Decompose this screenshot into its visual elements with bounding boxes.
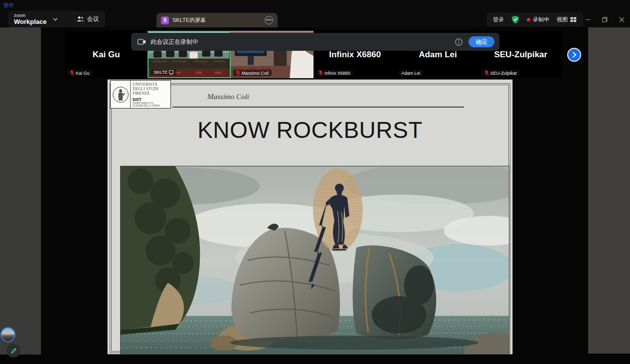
confirm-button[interactable]: 确定 — [469, 36, 494, 47]
tab-avatar-badge: S — [161, 16, 169, 24]
chevron-right-icon — [572, 52, 577, 58]
name-tag-label: Kai Gu — [76, 71, 90, 76]
recording-label: 录制中 — [533, 16, 549, 23]
chevron-down-icon[interactable] — [53, 17, 58, 22]
university-seal-icon — [111, 81, 131, 108]
slide-author: Massimo Coli — [207, 93, 249, 101]
zoom-workplace-logo[interactable]: zoom Workplace — [14, 13, 47, 25]
titlebar-actions: 登录 录制中 视图 — [486, 12, 583, 26]
name-tag: Adam Lei — [398, 70, 423, 76]
university-logo-box: UNIVERSITÀ DEGLI STUDI FIRENZE DST DIPAR… — [110, 80, 171, 109]
self-avatar[interactable] — [0, 327, 15, 342]
grid-view-icon — [570, 17, 577, 22]
annotate-pencil-button[interactable] — [6, 344, 20, 358]
security-shield-icon[interactable] — [511, 15, 519, 24]
pencil-icon — [10, 348, 17, 354]
logo-line-2: DEGLI STUDI — [133, 87, 160, 91]
logo-dept-abbr: DST — [133, 97, 160, 102]
right-desktop-strip — [588, 27, 630, 354]
name-tag-label: SKLTE — [154, 70, 167, 75]
mic-muted-icon — [318, 70, 323, 76]
name-tag-label: SEU-Zulpikar — [490, 71, 517, 76]
name-tag-label: Adam Lei — [401, 71, 420, 76]
camera-icon — [138, 39, 146, 45]
login-button[interactable]: 登录 — [493, 16, 504, 23]
window-controls — [579, 12, 630, 26]
logo-line-1: UNIVERSITÀ — [133, 82, 160, 87]
logo-line-3: FIRENZE — [133, 91, 160, 96]
brand-workplace: Workplace — [14, 18, 47, 25]
zoom-workplace-window: 暂停 zoom Workplace 会议 S SKLTE的屏幕 — [0, 0, 630, 364]
info-icon[interactable] — [455, 38, 463, 46]
minimize-button[interactable] — [579, 12, 596, 26]
screen-share-icon — [169, 70, 173, 75]
recording-notification: 此会议正在录制中 确定 — [131, 33, 499, 51]
name-tag-label: Infinix X6860 — [324, 71, 350, 76]
name-tag: SKLTE — [151, 69, 176, 75]
logo-dept-line-2: SCIENZE DELLA TERRA — [133, 105, 160, 107]
close-button[interactable] — [613, 12, 630, 26]
mic-muted-icon — [236, 70, 240, 76]
people-icon — [77, 16, 84, 22]
tab-label: SKLTE的屏幕 — [172, 16, 265, 24]
view-label: 视图 — [557, 16, 568, 23]
recording-dot-icon — [527, 18, 530, 21]
tab-sklte-screen[interactable]: S SKLTE的屏幕 ••• — [157, 13, 278, 27]
mic-muted-icon — [484, 70, 489, 76]
title-bar: 暂停 zoom Workplace 会议 S SKLTE的屏幕 — [0, 0, 630, 27]
name-tag: Massimo Coil — [233, 70, 272, 76]
view-button[interactable]: 视图 — [557, 16, 577, 23]
split-rock-photo — [120, 166, 509, 355]
shared-screen-slide: UNIVERSITÀ DEGLI STUDI FIRENZE DST DIPAR… — [107, 79, 513, 355]
next-participants-button[interactable] — [567, 48, 581, 62]
meeting-menu-label: 会议 — [87, 15, 99, 23]
name-tag: Kai Gu — [67, 70, 93, 76]
maximize-button[interactable] — [596, 12, 613, 26]
mic-muted-icon — [70, 70, 74, 76]
left-desktop-strip — [0, 27, 41, 355]
meeting-menu-item[interactable]: 会议 — [77, 15, 99, 23]
brand-zoom: zoom — [14, 13, 47, 18]
name-tag: Infinix X6860 — [315, 70, 353, 76]
university-logo-text: UNIVERSITÀ DEGLI STUDI FIRENZE DST DIPAR… — [131, 81, 160, 108]
recording-status[interactable]: 录制中 — [527, 16, 549, 23]
slide-header-rule — [172, 107, 464, 108]
brand-group: zoom Workplace 会议 — [8, 11, 105, 27]
name-tag-label: Massimo Coil — [242, 71, 269, 76]
tab-more-icon[interactable]: ••• — [265, 16, 273, 24]
slide-title: KNOW ROCKBURST — [108, 117, 512, 143]
recording-notification-text: 此会议正在录制中 — [151, 38, 455, 46]
name-tag: SEU-Zulpikar — [481, 70, 520, 76]
recorder-pause-button[interactable]: 暂停 — [3, 2, 13, 9]
